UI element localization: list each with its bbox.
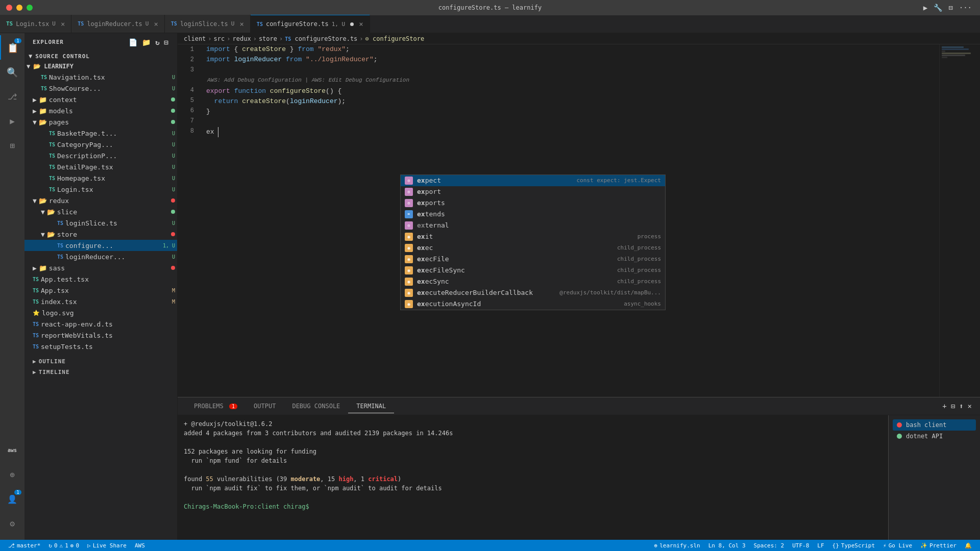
status-notifications[interactable]: 🔔 — [961, 540, 976, 551]
ac-item-execfilesync[interactable]: ◉ execFileSync child_process — [401, 265, 665, 276]
status-encoding[interactable]: UTF-8 — [788, 540, 813, 551]
file-loginslice[interactable]: TS loginSlice.ts U — [24, 217, 177, 229]
file-navigation[interactable]: TS Navigation.tsx U — [24, 71, 177, 83]
breadcrumb-file[interactable]: TS configureStore.ts — [285, 35, 357, 42]
tab-loginslice[interactable]: TS loginSlice.ts U × — [165, 15, 251, 33]
file-reactappenv[interactable]: TS react-app-env.d.ts — [24, 318, 177, 330]
ac-item-execfile[interactable]: ◉ execFile child_process — [401, 254, 665, 265]
tab-loginreducer[interactable]: TS loginReducer.ts U × — [71, 15, 164, 33]
source-control-header[interactable]: ▼ SOURCE CONTROL — [24, 51, 177, 61]
status-aws[interactable]: AWS — [131, 540, 149, 551]
file-apptest[interactable]: TS App.test.tsx — [24, 273, 177, 285]
folder-store[interactable]: ▼ 📂 store — [24, 229, 177, 240]
more-icon[interactable]: ··· — [959, 4, 972, 12]
status-position[interactable]: Ln 8, Col 3 — [704, 540, 750, 551]
code-editor[interactable]: 1 2 3 · 4 5 6 7 8 import — [178, 44, 939, 397]
ac-item-exports[interactable]: ⊙ exports — [401, 197, 665, 209]
folder-redux[interactable]: ▼ 📂 redux — [24, 195, 177, 206]
status-branch[interactable]: ⎇ master* — [4, 540, 44, 551]
minimize-button[interactable] — [16, 5, 22, 11]
status-language[interactable]: {} TypeScript — [828, 540, 879, 551]
close-button[interactable] — [6, 5, 12, 11]
ac-item-expect[interactable]: ⊙ expect const expect: jest.Expect — [401, 175, 665, 186]
tab-terminal[interactable]: TERMINAL — [348, 399, 394, 413]
maximize-terminal-icon[interactable]: ⬆ — [959, 402, 963, 410]
run-icon[interactable]: ▶ — [923, 4, 927, 12]
status-spaces[interactable]: Spaces: 2 — [750, 540, 789, 551]
ac-item-external[interactable]: ⊙ external — [401, 220, 665, 231]
ac-item-executionasyncid[interactable]: ◉ executionAsyncId async_hooks — [401, 298, 665, 310]
file-categorypage[interactable]: TS CategoryPag... U — [24, 139, 177, 150]
refresh-icon[interactable]: ↻ — [155, 38, 160, 46]
folder-pages[interactable]: ▼ 📂 pages — [24, 116, 177, 128]
file-reportwebvitals[interactable]: TS reportWebVitals.ts — [24, 330, 177, 341]
file-login[interactable]: TS Login.tsx U — [24, 184, 177, 195]
folder-sass[interactable]: ▶ 📁 sass — [24, 262, 177, 273]
breadcrumb-store[interactable]: store — [259, 35, 277, 42]
file-configurets[interactable]: TS configure... 1, U — [24, 240, 177, 251]
file-detailpage[interactable]: TS DetailPage.tsx U — [24, 161, 177, 172]
folder-models[interactable]: ▶ 📁 models — [24, 105, 177, 116]
tab-output[interactable]: OUTPUT — [246, 399, 284, 413]
file-logosvg[interactable]: ⭐ logo.svg — [24, 307, 177, 318]
ac-item-extends[interactable]: ≡ extends — [401, 209, 665, 220]
activity-aws[interactable]: aws — [0, 438, 24, 462]
activity-search[interactable]: 🔍 — [0, 60, 24, 84]
file-showcourse[interactable]: TS ShowCourse... U — [24, 83, 177, 94]
file-descriptionpage[interactable]: TS DescriptionP... U — [24, 150, 177, 161]
terminal-main[interactable]: + @reduxjs/toolkit@1.6.2 added 4 package… — [178, 415, 888, 540]
tab-close-login[interactable]: × — [61, 20, 65, 28]
tab-close-loginslice[interactable]: × — [239, 20, 243, 28]
status-prettier[interactable]: ✨ Prettier — [916, 540, 961, 551]
activity-git[interactable]: ⎇ — [0, 84, 24, 109]
tab-configurestore[interactable]: TS configureStore.ts 1, U × — [251, 15, 370, 33]
maximize-button[interactable] — [27, 5, 33, 11]
terminal-dotnet-api[interactable]: dotnet API — [893, 431, 976, 442]
new-terminal-icon[interactable]: + — [942, 402, 946, 410]
new-folder-icon[interactable]: 📁 — [142, 38, 151, 46]
status-errors[interactable]: ↻ 0 ⚠ 1 ⊗ 0 — [44, 540, 83, 551]
activity-debug[interactable]: ▶ — [0, 109, 24, 133]
status-learnify[interactable]: ⊕ learnify.sln — [650, 540, 704, 551]
breadcrumb-src[interactable]: src — [214, 35, 225, 42]
status-golive[interactable]: ⚡ Go Live — [879, 540, 916, 551]
timeline-section[interactable]: ▶ TIMELINE — [24, 367, 177, 378]
collapse-icon[interactable]: ⊟ — [164, 38, 169, 46]
status-eol[interactable]: LF — [813, 540, 828, 551]
new-file-icon[interactable]: 📄 — [129, 38, 138, 46]
file-setuptests[interactable]: TS setupTests.ts — [24, 341, 177, 352]
file-apptsx[interactable]: TS App.tsx M — [24, 285, 177, 296]
status-liveshare[interactable]: ▷ Live Share — [83, 540, 131, 551]
close-terminal-icon[interactable]: × — [968, 402, 972, 410]
tab-debug-console[interactable]: DEBUG CONSOLE — [284, 399, 348, 413]
file-basketpage[interactable]: TS BasketPage.t... U — [24, 128, 177, 139]
tab-close-configurestore[interactable]: × — [359, 20, 363, 28]
tab-close-loginreducer[interactable]: × — [154, 20, 158, 28]
explorer-root-learnify[interactable]: ▼ 📂 LEARNIFY — [24, 61, 177, 71]
folder-slice[interactable]: ▼ 📂 slice — [24, 206, 177, 217]
folder-context[interactable]: ▶ 📁 context — [24, 94, 177, 105]
tab-problems[interactable]: PROBLEMS 1 — [186, 399, 246, 413]
ac-item-export[interactable]: ⊙ export — [401, 186, 665, 197]
breadcrumb-redux[interactable]: redux — [233, 35, 251, 42]
terminal-bash-client[interactable]: bash client — [893, 419, 976, 431]
ac-item-exec[interactable]: ◉ exec child_process — [401, 242, 665, 254]
ac-item-execsync[interactable]: ◉ execSync child_process — [401, 276, 665, 287]
activity-settings[interactable]: ⚙ — [0, 511, 24, 536]
split-icon[interactable]: ⊟ — [948, 4, 952, 12]
ac-item-exit[interactable]: ◉ exit process — [401, 231, 665, 242]
debug-icon[interactable]: 🔧 — [934, 4, 942, 12]
file-loginreducer[interactable]: TS loginReducer... U — [24, 251, 177, 262]
activity-explorer[interactable]: 📋 1 — [0, 35, 24, 60]
breadcrumb-client[interactable]: client — [184, 35, 206, 42]
breadcrumb-function[interactable]: ⊙ configureStore — [365, 35, 425, 42]
code-content[interactable]: import { createStore } from "redux" ; im… — [198, 44, 939, 397]
file-indextsx[interactable]: TS index.tsx M — [24, 296, 177, 307]
outline-section[interactable]: ▶ OUTLINE — [24, 356, 177, 367]
ac-item-executereducer[interactable]: ◉ executeReducerBuilderCallback @reduxjs… — [401, 287, 665, 298]
activity-account[interactable]: 👤 1 — [0, 487, 24, 511]
activity-extensions[interactable]: ⊞ — [0, 133, 24, 158]
tab-login[interactable]: TS Login.tsx U × — [0, 15, 71, 33]
split-terminal-icon[interactable]: ⊟ — [951, 402, 955, 410]
activity-remote[interactable]: ⊕ — [0, 462, 24, 487]
